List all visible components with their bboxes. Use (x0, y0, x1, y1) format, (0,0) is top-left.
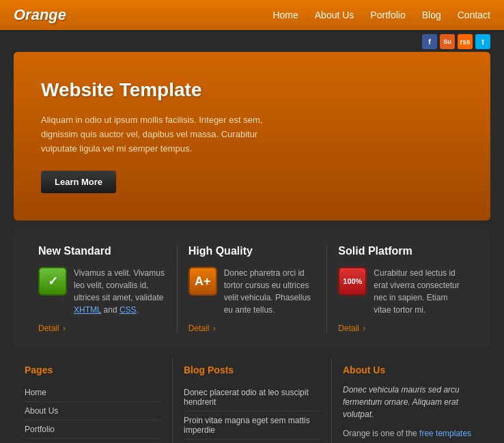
page-item-blog[interactable]: Blog (25, 439, 161, 443)
blog-item-2[interactable]: Proin vitae magna eget sem mattis imperd… (184, 412, 320, 440)
detail-link-2[interactable]: Detail › (188, 324, 216, 333)
rss-icon[interactable]: rss (458, 34, 473, 49)
nav-about[interactable]: About Us (315, 10, 354, 20)
twitter-icon[interactable]: t (475, 34, 490, 49)
aplus-icon: A+ (188, 267, 217, 296)
nav-blog[interactable]: Blog (422, 10, 441, 20)
arrow-icon-1: › (63, 324, 66, 333)
bottom-section: Pages Home About Us Portfolio Blog Conta… (14, 358, 490, 443)
blog-title: Blog Posts (184, 365, 320, 375)
feature-body-1: ✓ Vivamus a velit. Vivamus leo velit, co… (38, 267, 166, 316)
facebook-icon[interactable]: f (422, 34, 437, 49)
arrow-icon-2: › (213, 324, 216, 333)
about-text: Orange is one of the free templates by t… (343, 427, 479, 443)
blog-item-3[interactable]: Nunc ac nunc ut erat consectetur rutrum (184, 440, 320, 443)
nav-contact[interactable]: Contact (458, 10, 490, 20)
features-section: New Standard ✓ Vivamus a velit. Vivamus … (14, 230, 490, 348)
about-italic: Donec vehicula mauris sed arcu fermentum… (343, 384, 479, 420)
nav-home[interactable]: Home (272, 10, 298, 20)
feature-text-2: Donec pharetra orci id tortor cursus eu … (224, 267, 316, 316)
hundred-percent-icon: 100% (338, 267, 367, 296)
detail-link-3[interactable]: Detail › (338, 324, 365, 333)
stumbleupon-icon[interactable]: Su (440, 34, 455, 49)
feature-body-2: A+ Donec pharetra orci id tortor cursus … (188, 267, 316, 316)
about-column: About Us Donec vehicula mauris sed arcu … (332, 358, 490, 443)
blog-column: Blog Posts Donec placerat odio at leo su… (173, 358, 332, 443)
detail-link-1[interactable]: Detail › (38, 324, 66, 333)
header: Orange Home About Us Portfolio Blog Cont… (0, 0, 504, 30)
feature-high-quality: High Quality A+ Donec pharetra orci id t… (178, 245, 328, 333)
about-title: About Us (343, 365, 479, 375)
feature-body-3: 100% Curabitur sed lectus id erat viverr… (338, 267, 466, 316)
hero-section: Website Template Aliquam in odio ut ipsu… (14, 52, 490, 220)
page-item-portfolio[interactable]: Portfolio (25, 420, 161, 439)
nav: Home About Us Portfolio Blog Contact (272, 10, 490, 20)
feature-text-1: Vivamus a velit. Vivamus leo velit, conv… (74, 267, 166, 316)
nav-portfolio[interactable]: Portfolio (370, 10, 405, 20)
pages-list: Home About Us Portfolio Blog Contact (25, 384, 161, 443)
feature-title-2: High Quality (188, 245, 316, 257)
blog-list: Donec placerat odio at leo suscipit hend… (184, 384, 320, 443)
page-item-about[interactable]: About Us (25, 402, 161, 420)
hero-text: Aliquam in odio ut ipsum mollis facilisi… (41, 113, 273, 156)
feature-solid-platform: Solid Platform 100% Curabitur sed lectus… (327, 245, 477, 333)
arrow-icon-3: › (363, 324, 365, 333)
css-link[interactable]: CSS (120, 305, 137, 315)
xhtml-link[interactable]: XHTML (74, 305, 101, 315)
site-logo: Orange (14, 6, 66, 24)
feature-text-3: Curabitur sed lectus id erat viverra con… (374, 267, 466, 316)
checkmark-icon: ✓ (38, 267, 67, 296)
social-bar: f Su rss t (0, 30, 504, 52)
feature-title-1: New Standard (38, 245, 166, 257)
feature-new-standard: New Standard ✓ Vivamus a velit. Vivamus … (27, 245, 178, 333)
learn-more-button[interactable]: Learn More (41, 171, 116, 193)
free-templates-link[interactable]: free templates (419, 429, 471, 438)
blog-item-1[interactable]: Donec placerat odio at leo suscipit hend… (184, 384, 320, 412)
feature-title-3: Solid Platform (338, 245, 466, 257)
pages-column: Pages Home About Us Portfolio Blog Conta… (14, 358, 173, 443)
page-item-home[interactable]: Home (25, 384, 161, 402)
hero-title: Website Template (41, 79, 463, 101)
pages-title: Pages (25, 365, 161, 375)
